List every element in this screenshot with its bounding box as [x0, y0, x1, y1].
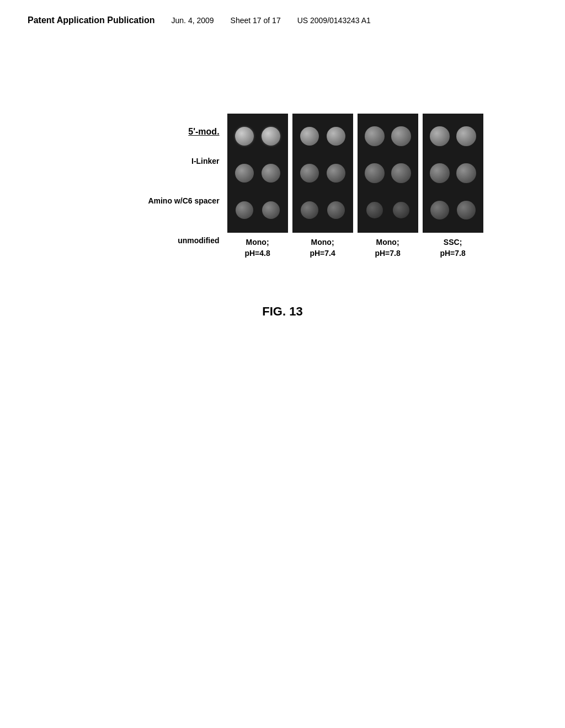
dot [456, 126, 476, 146]
col2-line1: Mono; [311, 238, 334, 247]
dot-p4-r2-c1 [428, 156, 451, 190]
dot [365, 163, 385, 183]
dot [327, 164, 345, 183]
panel-mono-ph48 [227, 114, 288, 233]
dot [300, 127, 319, 146]
mod-label: 5'-mod. [188, 127, 219, 137]
dot-p4-r3-c1 [428, 194, 451, 227]
dot [262, 127, 280, 146]
dot [327, 127, 345, 146]
col3-line2: pH=7.8 [375, 249, 400, 258]
dot [301, 201, 318, 219]
dot [235, 164, 254, 183]
sheet-label: Sheet 17 of 17 [231, 16, 281, 25]
col-labels: Mono; pH=4.8 Mono; pH=7.4 Mono; pH=7.8 S… [227, 237, 483, 259]
dot [456, 163, 476, 183]
panel-mono-ph78 [358, 114, 418, 233]
col3-line1: Mono; [376, 238, 399, 247]
dot-p2-r1-c1 [298, 119, 321, 153]
col4-line2: pH=7.8 [440, 249, 465, 258]
dot [300, 164, 319, 183]
col2-line2: pH=7.4 [310, 249, 335, 258]
figure-wrapper: 5'-mod. I-Linker Amino w/C6 spacer unmod… [148, 114, 483, 260]
dot [236, 201, 253, 219]
dot [391, 126, 411, 146]
dot [327, 201, 345, 219]
dot [235, 127, 254, 146]
dot [365, 126, 385, 146]
dot-p2-r3-c1 [298, 194, 321, 227]
dot-p3-r1-c1 [363, 119, 386, 153]
dot-p3-r1-c2 [390, 119, 413, 153]
col-label-3: Mono; pH=7.8 [358, 237, 418, 259]
dot [430, 163, 450, 183]
col-label-2: Mono; pH=7.4 [292, 237, 353, 259]
dot-p1-r3-c1 [233, 194, 256, 227]
dot [393, 202, 409, 218]
panels-row [227, 114, 483, 233]
panels-container: Mono; pH=4.8 Mono; pH=7.4 Mono; pH=7.8 S… [227, 114, 483, 259]
patent-label: US 2009/0143243 A1 [297, 16, 371, 25]
col4-line1: SSC; [444, 238, 462, 247]
dot [391, 163, 411, 183]
dot [430, 201, 449, 220]
row-label-amino: Amino w/C6 spacer [148, 181, 219, 221]
dot-p3-r2-c2 [390, 156, 413, 190]
col-label-4: SSC; pH=7.8 [423, 237, 483, 259]
dot-p1-r2-c1 [233, 156, 256, 190]
header: Patent Application Publication Jun. 4, 2… [0, 0, 565, 25]
col1-line2: pH=4.8 [244, 249, 270, 258]
dot-p1-r2-c2 [259, 156, 282, 190]
dot-p3-r2-c1 [363, 156, 386, 190]
publication-label: Patent Application Publication [28, 15, 155, 25]
panel-ssc-ph78 [423, 114, 483, 233]
dot-p2-r3-c2 [324, 194, 348, 227]
main-content: 5'-mod. I-Linker Amino w/C6 spacer unmod… [0, 114, 565, 319]
dot-p4-r1-c1 [428, 119, 451, 153]
dot-p1-r3-c2 [259, 194, 282, 227]
panel-mono-ph74 [292, 114, 353, 233]
dot-p4-r1-c2 [455, 119, 478, 153]
dot-p4-r3-c2 [455, 194, 478, 227]
dot [457, 201, 476, 220]
dot [366, 202, 383, 218]
date-label: Jun. 4, 2009 [172, 16, 214, 25]
dot-p1-r1-c2 [259, 119, 282, 153]
row-label-ilinker: I-Linker [148, 141, 219, 181]
col1-line1: Mono; [246, 238, 269, 247]
dot-p2-r2-c2 [324, 156, 348, 190]
figure-caption: FIG. 13 [262, 304, 302, 319]
dot [262, 201, 280, 219]
dot-p3-r3-c2 [390, 194, 413, 227]
dot-p3-r3-c1 [363, 194, 386, 227]
dot-p4-r2-c2 [455, 156, 478, 190]
dot [262, 164, 280, 183]
dot-p2-r2-c1 [298, 156, 321, 190]
dot-p2-r1-c2 [324, 119, 348, 153]
col-label-1: Mono; pH=4.8 [227, 237, 288, 259]
dot [430, 126, 450, 146]
dot-p1-r1-c1 [233, 119, 256, 153]
row-labels: 5'-mod. I-Linker Amino w/C6 spacer unmod… [148, 114, 219, 260]
row-label-unmodified: unmodified [148, 221, 219, 260]
